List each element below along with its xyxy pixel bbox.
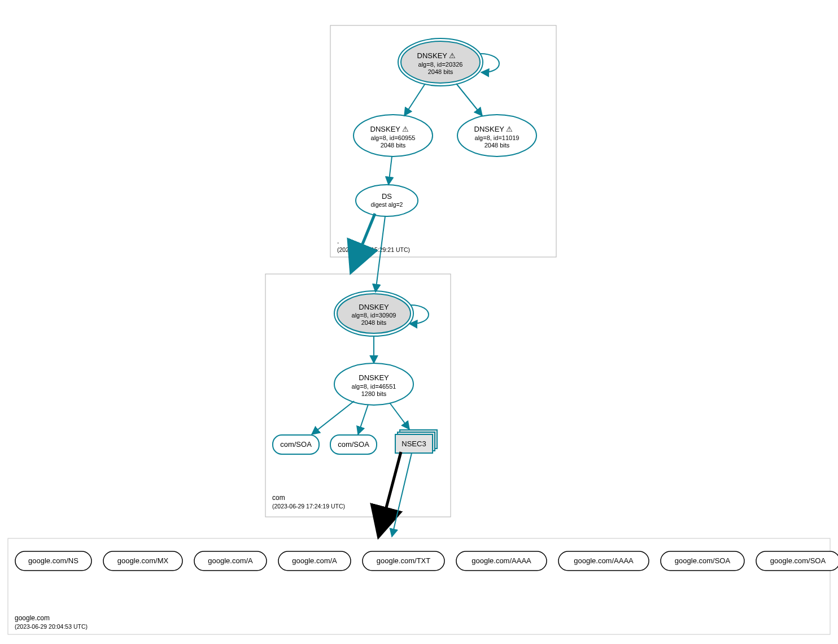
root-ksk-alg: alg=8, id=20326 xyxy=(418,61,463,68)
svg-point-7 xyxy=(356,185,418,216)
com-zsk-alg: alg=8, id=46551 xyxy=(352,383,396,390)
rrset-label: google.com/SOA xyxy=(770,556,826,565)
edge-com-to-google-zone xyxy=(379,452,401,533)
warning-icon: ⚠ xyxy=(449,51,456,60)
root-zsk1-label: DNSKEY xyxy=(370,125,401,133)
root-ds-node[interactable]: DS digest alg=2 xyxy=(356,185,418,216)
zone-root-timestamp: (2023-06-29 15:29:21 UTC) xyxy=(337,246,410,253)
zone-com-name: com xyxy=(272,494,285,502)
root-zsk1-node[interactable]: DNSKEY ⚠ alg=8, id=60955 2048 bits xyxy=(353,115,433,156)
root-ksk-node[interactable]: DNSKEY ⚠ alg=8, id=20326 2048 bits xyxy=(398,38,483,86)
edge-com-zsk-to-nsec3 xyxy=(390,403,409,429)
com-soa1-node[interactable]: com/SOA xyxy=(273,435,319,454)
root-zsk2-alg: alg=8, id=11019 xyxy=(475,134,520,141)
com-ksk-bits: 2048 bits xyxy=(361,319,387,326)
root-zsk2-bits: 2048 bits xyxy=(485,142,510,149)
google-rrset-aaaa2[interactable]: google.com/AAAA xyxy=(558,551,649,571)
rrset-label: google.com/AAAA xyxy=(574,556,634,565)
google-rrset-txt[interactable]: google.com/TXT xyxy=(363,551,444,571)
root-ds-label: DS xyxy=(382,192,392,201)
rrset-label: google.com/AAAA xyxy=(472,556,531,565)
edge-com-zsk-to-soa2 xyxy=(358,404,368,434)
com-nsec3-node[interactable]: NSEC3 xyxy=(395,430,437,453)
google-rrset-ns[interactable]: google.com/NS xyxy=(15,551,91,571)
root-ksk-bits: 2048 bits xyxy=(428,68,453,75)
rrset-label: google.com/A xyxy=(292,556,337,565)
com-zsk-bits: 1280 bits xyxy=(361,390,387,397)
com-soa1-label: com/SOA xyxy=(280,440,312,449)
google-rrset-soa1[interactable]: google.com/SOA xyxy=(661,551,744,571)
google-rrset-mx[interactable]: google.com/MX xyxy=(103,551,182,571)
com-zsk-node[interactable]: DNSKEY alg=8, id=46551 1280 bits xyxy=(334,363,413,405)
edge-com-zsk-to-soa1 xyxy=(312,401,354,434)
warning-icon: ⚠ xyxy=(506,125,513,133)
com-zsk-label: DNSKEY xyxy=(359,373,389,382)
zone-root-name: . xyxy=(337,237,339,245)
edge-root-ksk-to-zsk1 xyxy=(404,84,425,116)
com-ksk-node[interactable]: DNSKEY alg=8, id=30909 2048 bits xyxy=(334,291,413,336)
google-rrset-soa2[interactable]: google.com/SOA xyxy=(756,551,838,571)
root-zsk2-node[interactable]: DNSKEY ⚠ alg=8, id=11019 2048 bits xyxy=(457,115,536,156)
root-zsk1-bits: 2048 bits xyxy=(381,142,406,149)
root-zsk2-label: DNSKEY xyxy=(474,125,505,133)
warning-icon: ⚠ xyxy=(402,125,409,133)
edge-ds-to-com-ksk xyxy=(376,216,385,292)
rrset-label: google.com/A xyxy=(208,556,253,565)
com-soa2-label: com/SOA xyxy=(338,440,369,449)
google-rrset-a2[interactable]: google.com/A xyxy=(278,551,351,571)
rrset-label: google.com/MX xyxy=(117,556,169,565)
rrset-label: google.com/NS xyxy=(28,556,78,565)
zone-com-timestamp: (2023-06-29 17:24:19 UTC) xyxy=(272,503,345,510)
com-ksk-alg: alg=8, id=30909 xyxy=(352,312,396,319)
root-ds-alg: digest alg=2 xyxy=(371,201,403,208)
zone-google-name: google.com xyxy=(15,614,50,622)
root-zsk1-alg: alg=8, id=60955 xyxy=(371,134,416,141)
google-rrset-a1[interactable]: google.com/A xyxy=(194,551,267,571)
edge-nsec3-to-google xyxy=(392,453,412,537)
svg-text:DNSKEY ⚠: DNSKEY ⚠ xyxy=(474,125,513,133)
rrset-label: google.com/TXT xyxy=(377,556,430,565)
edge-ds-to-com-zone xyxy=(352,214,375,269)
com-nsec3-label: NSEC3 xyxy=(401,440,426,448)
dnssec-diagram: . (2023-06-29 15:29:21 UTC) DNSKEY ⚠ alg… xyxy=(0,0,838,644)
com-ksk-label: DNSKEY xyxy=(359,303,389,311)
com-soa2-node[interactable]: com/SOA xyxy=(330,435,377,454)
root-ksk-label: DNSKEY xyxy=(417,51,448,60)
zone-google-timestamp: (2023-06-29 20:04:53 UTC) xyxy=(15,623,88,630)
google-rrset-aaaa1[interactable]: google.com/AAAA xyxy=(456,551,547,571)
edge-root-zsk1-to-ds xyxy=(389,156,392,185)
svg-text:DNSKEY ⚠: DNSKEY ⚠ xyxy=(370,125,409,133)
rrset-label: google.com/SOA xyxy=(675,556,731,565)
edge-root-ksk-to-zsk2 xyxy=(456,84,482,116)
svg-text:DNSKEY ⚠: DNSKEY ⚠ xyxy=(417,51,456,60)
